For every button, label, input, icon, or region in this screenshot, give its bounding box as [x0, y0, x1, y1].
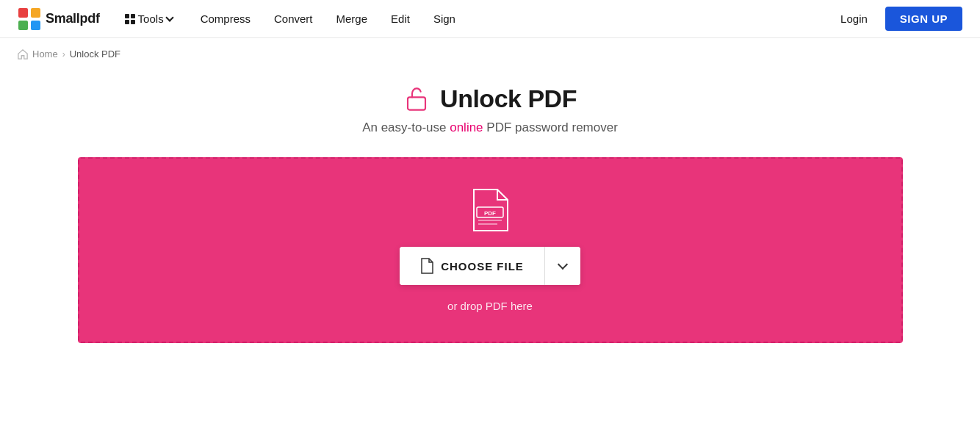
main-content: Unlock PDF An easy-to-use online PDF pas… — [0, 70, 980, 343]
nav-compress[interactable]: Compress — [192, 8, 259, 29]
dropdown-chevron-icon — [558, 259, 568, 270]
choose-file-dropdown-button[interactable] — [545, 247, 580, 285]
logo[interactable]: Smallpdf — [18, 7, 100, 31]
svg-text:PDF: PDF — [484, 210, 496, 217]
tools-menu[interactable]: Tools — [118, 8, 180, 29]
navbar: Smallpdf Tools Compress Convert Merge Ed… — [0, 0, 980, 38]
subtitle-highlight: online — [450, 120, 483, 134]
choose-file-row: CHOOSE FILE — [400, 247, 580, 285]
drop-text: or drop PDF here — [447, 300, 533, 312]
nav-merge[interactable]: Merge — [328, 8, 377, 29]
pdf-file-icon: PDF — [471, 188, 509, 232]
breadcrumb-separator: › — [62, 49, 65, 59]
subtitle-end: PDF password remover — [483, 120, 618, 134]
nav-links: Compress Convert Merge Edit Sign — [192, 8, 832, 29]
nav-sign[interactable]: Sign — [425, 8, 464, 29]
svg-rect-3 — [31, 21, 40, 30]
chevron-down-icon — [165, 13, 173, 21]
logo-icon — [18, 7, 41, 31]
home-icon — [18, 49, 28, 59]
page-header: Unlock PDF — [403, 84, 577, 113]
breadcrumb-current: Unlock PDF — [70, 48, 120, 59]
subtitle-start: An easy-to-use — [362, 120, 450, 134]
page-title: Unlock PDF — [440, 84, 577, 113]
nav-right: Login SIGN UP — [832, 7, 962, 31]
unlock-pdf-icon — [403, 86, 430, 112]
choose-file-label: CHOOSE FILE — [441, 260, 524, 273]
file-icon-small — [420, 258, 433, 274]
drop-zone[interactable]: PDF CHOOSE FILE or drop PDF here — [78, 157, 903, 343]
choose-file-button[interactable]: CHOOSE FILE — [400, 247, 545, 285]
nav-convert[interactable]: Convert — [265, 8, 322, 29]
signup-button[interactable]: SIGN UP — [885, 7, 962, 31]
svg-rect-0 — [18, 8, 28, 18]
svg-rect-2 — [18, 21, 28, 30]
svg-rect-1 — [31, 8, 40, 18]
page-subtitle: An easy-to-use online PDF password remov… — [362, 120, 618, 135]
tools-label: Tools — [138, 12, 164, 25]
login-button[interactable]: Login — [832, 8, 876, 29]
nav-edit[interactable]: Edit — [382, 8, 419, 29]
svg-rect-4 — [408, 97, 425, 109]
breadcrumb-home-link[interactable]: Home — [32, 48, 58, 59]
logo-text: Smallpdf — [46, 11, 100, 26]
tools-button[interactable]: Tools — [118, 8, 180, 29]
breadcrumb: Home › Unlock PDF — [0, 38, 980, 70]
tools-grid-icon — [125, 14, 135, 24]
